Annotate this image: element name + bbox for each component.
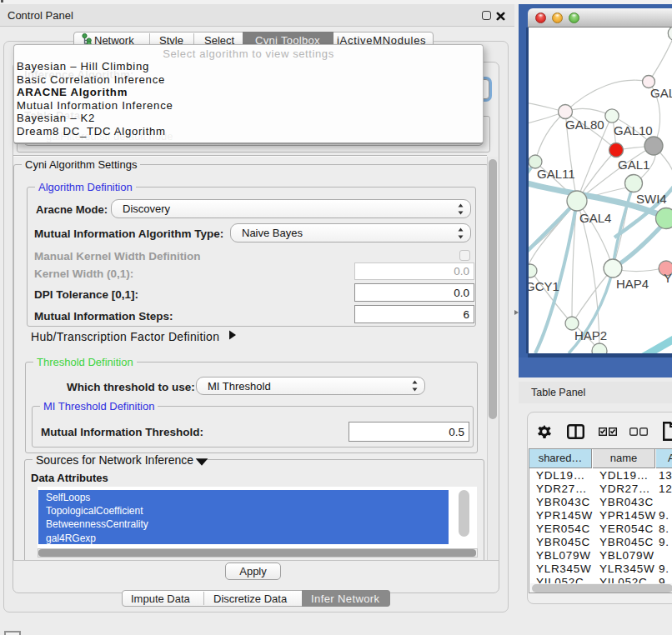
svg-text:Y: Y [664, 271, 672, 285]
svg-text:GCY1: GCY1 [529, 279, 559, 293]
svg-text:GAL4: GAL4 [579, 211, 611, 225]
svg-text:GAL10: GAL10 [614, 123, 653, 138]
svg-text:HAP4: HAP4 [616, 277, 649, 291]
svg-text:GAL80: GAL80 [565, 118, 604, 132]
svg-text:SWI4: SWI4 [636, 192, 667, 206]
svg-text:HAP2: HAP2 [574, 328, 607, 342]
svg-text:GAL1: GAL1 [618, 158, 649, 172]
svg-text:GAL11: GAL11 [537, 167, 575, 181]
svg-text:GAL7: GAL7 [650, 86, 672, 100]
